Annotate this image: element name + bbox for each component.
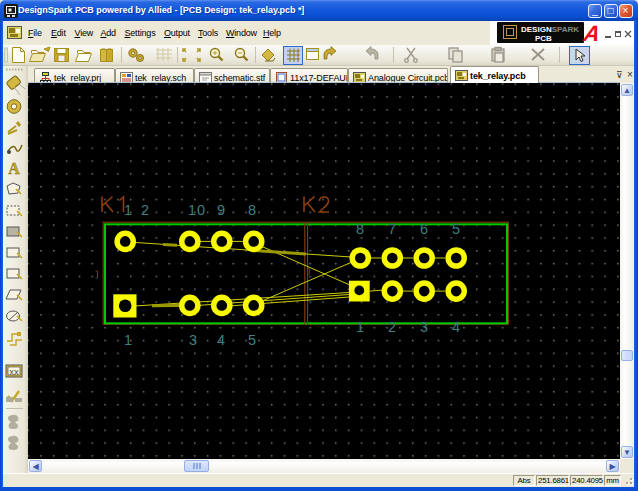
svg-text:3: 3 xyxy=(189,332,197,348)
svg-text:A: A xyxy=(8,160,20,177)
svg-text:6: 6 xyxy=(420,221,428,237)
svg-text:1: 1 xyxy=(188,202,196,218)
svg-text:5: 5 xyxy=(452,221,460,237)
svg-text:5: 5 xyxy=(248,332,256,348)
svg-text:9: 9 xyxy=(217,202,225,218)
svg-text:2: 2 xyxy=(141,202,149,218)
svg-text:1: 1 xyxy=(124,202,132,218)
svg-text:3: 3 xyxy=(420,319,428,335)
svg-text:1: 1 xyxy=(124,332,132,348)
svg-text:8: 8 xyxy=(356,221,364,237)
svg-text:8: 8 xyxy=(248,202,256,218)
svg-text:0: 0 xyxy=(197,202,205,218)
svg-text:XX: XX xyxy=(9,369,19,376)
svg-text:4: 4 xyxy=(452,319,460,335)
svg-text:7: 7 xyxy=(388,221,396,237)
svg-text:1: 1 xyxy=(356,319,364,335)
svg-text:4: 4 xyxy=(217,332,225,348)
svg-text:2: 2 xyxy=(388,319,396,335)
